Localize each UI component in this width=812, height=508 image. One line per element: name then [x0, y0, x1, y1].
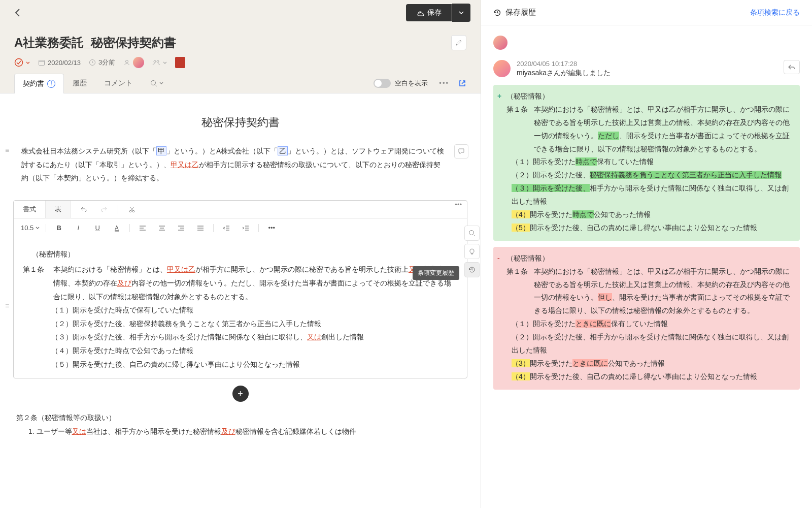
- editor-more-menu[interactable]: •••: [450, 201, 467, 218]
- font-size-select[interactable]: 10.5: [21, 224, 40, 232]
- side-search-button[interactable]: [464, 226, 480, 241]
- diff-added-block: + （秘密情報） 第１条 本契約における「秘密情報」とは、甲又は乙が相手方に開示…: [493, 85, 800, 241]
- history-icon: [493, 9, 501, 17]
- pencil-icon: [455, 39, 462, 46]
- svg-rect-1: [39, 60, 45, 66]
- toggle-show-blank[interactable]: [374, 79, 391, 88]
- tooltip: 条項変更履歴: [413, 266, 459, 280]
- indent-decrease-button[interactable]: [220, 221, 233, 235]
- minus-icon: -: [497, 252, 500, 265]
- svg-point-10: [469, 231, 474, 235]
- editor-tab-table[interactable]: 表: [46, 201, 71, 218]
- side-history-button[interactable]: [464, 262, 480, 277]
- italic-button[interactable]: I: [72, 221, 85, 235]
- svg-rect-9: [115, 230, 119, 231]
- search-icon: [150, 80, 157, 87]
- preamble: 株式会社日本法務システム研究所（以下「甲」という。）とA株式会社（以下「乙」とい…: [18, 144, 450, 185]
- calendar-icon: [38, 59, 45, 66]
- open-external-button[interactable]: [458, 79, 466, 87]
- chat-icon: [458, 148, 465, 155]
- edit-title-button[interactable]: [451, 35, 466, 50]
- back-to-search-link[interactable]: 条項検索に戻る: [750, 8, 800, 17]
- doc-type-icon: [175, 57, 185, 68]
- diff-removed-block: - （秘密情報） 第１条 本契約における「秘密情報」とは、甲又は乙が相手方に開示…: [493, 247, 800, 390]
- history-timestamp: 2020/04/05 10:17:28: [517, 60, 777, 68]
- save-label: 保存: [427, 8, 442, 17]
- indent-increase-button[interactable]: [239, 221, 252, 235]
- svg-point-4: [154, 60, 156, 62]
- assignee-avatar: [133, 57, 144, 68]
- svg-point-5: [157, 60, 159, 62]
- body-title: 秘密保持契約書: [13, 115, 467, 130]
- svg-point-0: [15, 59, 23, 67]
- bold-button[interactable]: B: [52, 221, 65, 235]
- undo-button[interactable]: [77, 203, 90, 216]
- save-button[interactable]: 保存: [406, 4, 452, 21]
- status-check-icon[interactable]: [14, 58, 30, 67]
- clause-editor: 書式 表 ••• 10.5: [13, 200, 467, 378]
- chevron-down-icon: [459, 11, 464, 14]
- article-2-title: 第２条（秘密情報等の取扱い）: [16, 411, 464, 425]
- list-item: （４）開示を受けた時点で公知であった情報: [29, 344, 458, 358]
- scissors-icon: [128, 206, 136, 213]
- list-item: （２）開示を受けた後、秘密保持義務を負うことなく第三者から正当に入手した情報: [29, 317, 458, 331]
- list-item: （５）開示を受けた後、自己の責めに帰し得ない事由により公知となった情報: [29, 358, 458, 371]
- align-center-button[interactable]: [155, 221, 168, 235]
- align-left-button[interactable]: [136, 221, 149, 235]
- editor-body[interactable]: （秘密情報） 第１条 本契約における「秘密情報」とは、甲又は乙が相手方に開示し、…: [14, 238, 467, 378]
- tab-history[interactable]: 履歴: [64, 73, 95, 93]
- font-color-button[interactable]: [110, 221, 123, 235]
- tab-comment[interactable]: コメント: [95, 73, 141, 93]
- side-hint-button[interactable]: [464, 244, 480, 259]
- section-title: （秘密情報）: [32, 247, 458, 261]
- assignee[interactable]: [123, 57, 144, 68]
- list-item: （３）開示を受けた後、相手方から開示を受けた情報に関係なく独自に取得し、又は創出…: [29, 330, 458, 344]
- save-dropdown[interactable]: [452, 4, 470, 22]
- back-button[interactable]: [10, 6, 24, 20]
- history-icon: [468, 266, 476, 273]
- doc-date: 2020/02/13: [38, 59, 81, 67]
- reply-button[interactable]: [784, 60, 800, 74]
- members[interactable]: [152, 59, 167, 66]
- document-content: 秘密保持契約書 ≡ 株式会社日本法務システム研究所（以下「甲」という。）とA株式…: [0, 93, 481, 508]
- article-2-item: 1. ユーザー等又は当社は、相手方から開示を受けた秘密情報及び秘密情報を含む記録…: [16, 425, 464, 438]
- tab-contract[interactable]: 契約書 !: [14, 74, 64, 93]
- chevron-down-icon: [163, 61, 167, 64]
- toggle-label: 空白を表示: [395, 79, 428, 88]
- doc-title: A社業務委託_秘密保持契約書: [14, 35, 451, 51]
- history-panel-title: 保存履歴: [493, 8, 536, 17]
- svg-point-6: [151, 80, 156, 85]
- reply-icon: [788, 64, 795, 70]
- comment-button[interactable]: [454, 144, 468, 158]
- svg-point-3: [126, 60, 128, 63]
- search-icon: [468, 230, 476, 237]
- lightbulb-icon: [468, 248, 476, 255]
- users-icon: [152, 59, 160, 66]
- doc-updated: 3分前: [89, 58, 115, 67]
- drag-handle-icon[interactable]: ≡: [5, 302, 9, 310]
- history-author: miyasakaさんが編集しました: [517, 69, 777, 78]
- editor-tab-format[interactable]: 書式: [14, 201, 46, 218]
- drag-handle-icon[interactable]: ≡: [5, 146, 9, 154]
- article-content: 本契約における「秘密情報」とは、甲又は乙が相手方に開示し、かつ開示の際に秘密であ…: [53, 263, 458, 303]
- editor-avatar: [493, 60, 511, 77]
- article-number: 第１条: [23, 263, 51, 276]
- redo-button[interactable]: [97, 203, 111, 216]
- alert-badge-icon: !: [47, 80, 55, 88]
- chevron-down-icon: [159, 82, 163, 84]
- more-menu[interactable]: •••: [439, 79, 449, 87]
- user-avatar: [493, 36, 507, 50]
- cloud-sync-icon: [416, 9, 424, 17]
- search-menu[interactable]: [150, 80, 163, 87]
- format-more-button[interactable]: •••: [265, 221, 278, 235]
- underline-button[interactable]: U: [91, 221, 104, 235]
- align-right-button[interactable]: [175, 221, 188, 235]
- clock-icon: [89, 59, 96, 66]
- list-item: （１）開示を受けた時点で保有していた情報: [29, 303, 458, 317]
- user-icon: [123, 59, 130, 66]
- add-clause-button[interactable]: +: [232, 386, 249, 402]
- cut-button[interactable]: [125, 203, 139, 216]
- align-justify-button[interactable]: [194, 221, 207, 235]
- plus-icon: +: [497, 90, 501, 103]
